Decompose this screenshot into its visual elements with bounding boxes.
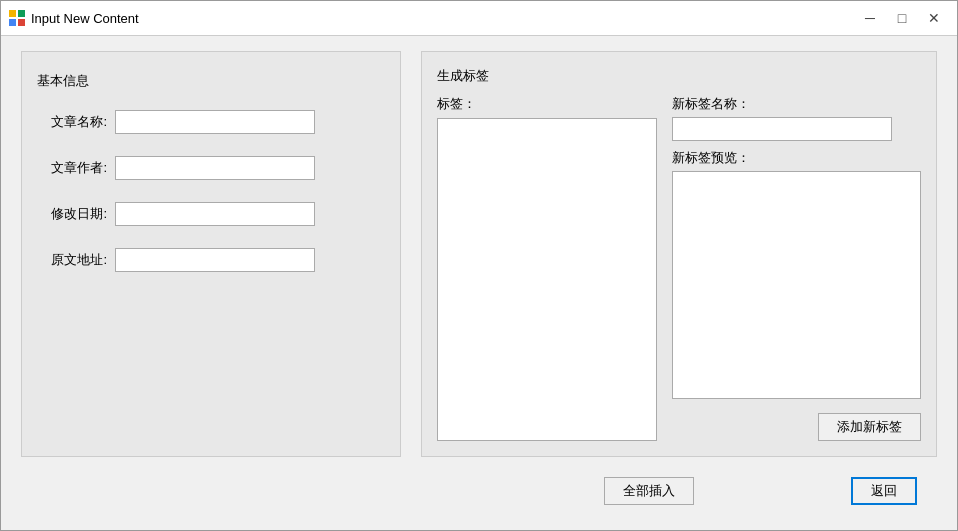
right-inner: 标签： 新标签名称： 新标签预览： — [437, 95, 921, 441]
insert-all-button[interactable]: 全部插入 — [604, 477, 694, 505]
footer-center: 全部插入 — [446, 477, 851, 505]
title-bar-controls: ─ □ ✕ — [855, 5, 949, 31]
article-author-row: 文章作者: — [37, 156, 385, 180]
return-button[interactable]: 返回 — [851, 477, 917, 505]
window-body: 基本信息 文章名称: 文章作者: 修改日期: 原文地址: — [1, 36, 957, 530]
source-url-label: 原文地址: — [37, 251, 107, 269]
svg-rect-1 — [18, 10, 25, 17]
svg-rect-2 — [9, 19, 16, 26]
svg-rect-3 — [18, 19, 25, 26]
article-name-input[interactable] — [115, 110, 315, 134]
right-panel: 生成标签 标签： 新标签名称： 新标签预览： — [421, 51, 937, 457]
title-bar: Input New Content ─ □ ✕ — [1, 1, 957, 36]
title-bar-left: Input New Content — [9, 10, 139, 26]
tags-label: 标签： — [437, 95, 657, 113]
close-button[interactable]: ✕ — [919, 5, 949, 31]
source-url-input[interactable] — [115, 248, 315, 272]
svg-rect-0 — [9, 10, 16, 17]
add-tag-row: 添加新标签 — [672, 413, 921, 441]
minimize-button[interactable]: ─ — [855, 5, 885, 31]
new-tag-preview-section: 新标签预览： — [672, 149, 921, 399]
left-panel: 基本信息 文章名称: 文章作者: 修改日期: 原文地址: — [21, 51, 401, 457]
new-tag-name-label: 新标签名称： — [672, 95, 921, 113]
modify-date-row: 修改日期: — [37, 202, 385, 226]
window-title: Input New Content — [31, 11, 139, 26]
window-icon — [9, 10, 25, 26]
modify-date-input[interactable] — [115, 202, 315, 226]
main-window: Input New Content ─ □ ✕ 基本信息 文章名称: 文章作者: — [0, 0, 958, 531]
add-new-tag-button[interactable]: 添加新标签 — [818, 413, 921, 441]
new-tag-name-input[interactable] — [672, 117, 892, 141]
source-url-row: 原文地址: — [37, 248, 385, 272]
footer: 全部插入 返回 — [21, 467, 937, 515]
right-panel-title: 生成标签 — [437, 67, 921, 85]
article-name-row: 文章名称: — [37, 110, 385, 134]
new-tag-preview-box — [672, 171, 921, 399]
left-panel-title: 基本信息 — [37, 72, 385, 90]
maximize-button[interactable]: □ — [887, 5, 917, 31]
new-tag-preview-label: 新标签预览： — [672, 149, 921, 167]
tags-column: 标签： — [437, 95, 657, 441]
tags-listbox[interactable] — [437, 118, 657, 441]
main-content: 基本信息 文章名称: 文章作者: 修改日期: 原文地址: — [21, 51, 937, 457]
new-tag-name-section: 新标签名称： — [672, 95, 921, 141]
article-author-label: 文章作者: — [37, 159, 107, 177]
article-author-input[interactable] — [115, 156, 315, 180]
footer-right: 返回 — [851, 477, 917, 505]
modify-date-label: 修改日期: — [37, 205, 107, 223]
article-name-label: 文章名称: — [37, 113, 107, 131]
new-tag-column: 新标签名称： 新标签预览： 添加新标签 — [672, 95, 921, 441]
